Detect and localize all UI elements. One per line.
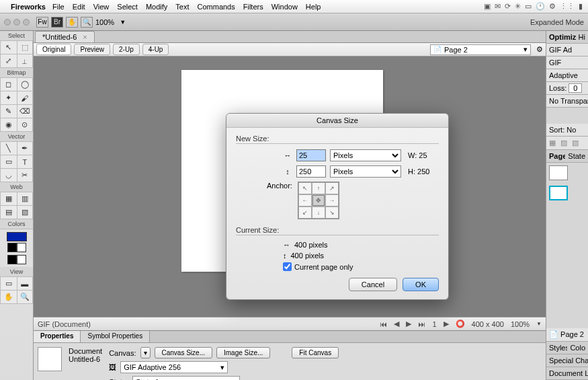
- text-tool[interactable]: T: [17, 155, 34, 169]
- eraser-tool[interactable]: ⌫: [17, 105, 34, 118]
- view-4up[interactable]: 4-Up: [142, 44, 169, 55]
- menu-help[interactable]: Help: [306, 3, 321, 11]
- panel-optimize[interactable]: Optimize: [546, 31, 576, 44]
- marquee-tool[interactable]: ◻: [0, 78, 17, 91]
- panel-special-chars[interactable]: Special Chara: [546, 354, 588, 367]
- view-preview[interactable]: Preview: [74, 44, 110, 55]
- menu-edit[interactable]: Edit: [73, 3, 85, 11]
- color-tools-row[interactable]: [1, 255, 32, 266]
- play-icon[interactable]: ▶: [444, 319, 449, 328]
- stroke-color-swatch[interactable]: [7, 232, 27, 241]
- panel-pages[interactable]: Pages: [546, 150, 565, 163]
- anchor-se[interactable]: ↘: [325, 206, 339, 219]
- show-slice-tool[interactable]: ▧: [17, 206, 34, 219]
- hand-tool-icon[interactable]: ✋: [66, 17, 78, 28]
- image-size-button[interactable]: Image Size...: [216, 347, 270, 358]
- current-page-only-checkbox[interactable]: [283, 262, 292, 271]
- lasso-tool[interactable]: ◯: [17, 78, 34, 91]
- zoom-dropdown-icon[interactable]: ▼: [536, 321, 542, 327]
- status-icon[interactable]: ▭: [525, 2, 532, 11]
- blur-tool[interactable]: ◉: [0, 118, 17, 132]
- crop-tool[interactable]: ⟂: [17, 54, 34, 68]
- anchor-center[interactable]: ✥: [312, 194, 325, 206]
- status-icon[interactable]: ⚙: [549, 2, 556, 11]
- tab-symbol-properties[interactable]: Symbol Properties: [81, 331, 150, 342]
- screen-mode-tool-2[interactable]: ▬: [17, 277, 34, 291]
- optimize-preset-select[interactable]: GIF Adaptive 256▾: [120, 361, 228, 373]
- status-icon[interactable]: ✳: [515, 2, 521, 11]
- height-input[interactable]: [296, 165, 326, 178]
- frame-prev-icon[interactable]: ◀: [394, 319, 399, 328]
- optimize-palette[interactable]: Adaptive: [546, 69, 588, 82]
- menu-modify[interactable]: Modify: [146, 3, 167, 11]
- frame-next-icon[interactable]: ▶: [406, 319, 411, 328]
- anchor-w[interactable]: ←: [298, 194, 312, 206]
- tab-properties[interactable]: Properties: [34, 331, 81, 342]
- screen-mode-tool[interactable]: ▭: [0, 277, 17, 291]
- menu-commands[interactable]: Commands: [198, 3, 235, 11]
- frame-last-icon[interactable]: ⏭: [418, 320, 425, 328]
- optimize-preset[interactable]: GIF Ad: [546, 44, 588, 56]
- hide-slice-tool[interactable]: ▤: [0, 206, 17, 219]
- zoom-dropdown-icon[interactable]: ▼: [120, 19, 126, 26]
- page-thumb-1[interactable]: [549, 165, 568, 180]
- brush-tool[interactable]: 🖌: [17, 91, 34, 105]
- anchor-s[interactable]: ↓: [312, 206, 325, 219]
- anchor-grid[interactable]: ↖↑↗ ←✥→ ↙↓↘: [298, 182, 339, 219]
- pointer-tool[interactable]: ↖: [0, 41, 17, 54]
- anchor-e[interactable]: →: [325, 194, 339, 206]
- status-icon[interactable]: 🕐: [536, 2, 545, 11]
- hand-tool[interactable]: ✋: [0, 291, 17, 304]
- scale-tool[interactable]: ⤢: [0, 54, 17, 68]
- width-input[interactable]: [296, 149, 326, 161]
- window-controls[interactable]: [4, 19, 30, 26]
- freeform-tool[interactable]: ◡: [0, 169, 17, 182]
- knife-tool[interactable]: ✂: [17, 169, 34, 182]
- loss-input[interactable]: 0: [569, 83, 582, 93]
- view-2up[interactable]: 2-Up: [113, 44, 140, 55]
- panel-history[interactable]: Hi: [576, 31, 588, 44]
- status-icon[interactable]: ⟳: [505, 2, 511, 11]
- line-tool[interactable]: ╲: [0, 142, 17, 155]
- slice-tool[interactable]: ▥: [17, 192, 34, 206]
- panel-document-library[interactable]: Document Lib: [546, 367, 588, 380]
- status-icon[interactable]: ✉: [495, 2, 501, 11]
- workspace-mode[interactable]: Expanded Mode: [530, 18, 584, 26]
- page-selector[interactable]: 📄 Page 2▾: [430, 44, 531, 55]
- close-tab-icon[interactable]: ×: [83, 33, 87, 41]
- canvas-size-button[interactable]: Canvas Size...: [155, 347, 212, 358]
- cancel-button[interactable]: Cancel: [349, 278, 397, 291]
- optimize-transparency[interactable]: No Transpar: [546, 95, 588, 108]
- stop-icon[interactable]: ⭕: [456, 319, 465, 328]
- pen-tool[interactable]: ✒: [17, 142, 34, 155]
- anchor-n[interactable]: ↑: [312, 182, 325, 194]
- height-unit-select[interactable]: Pixels: [330, 165, 401, 178]
- canvas-color-swatch[interactable]: ▾: [140, 347, 151, 358]
- document-tab[interactable]: *Untitled-6 ×: [35, 31, 95, 42]
- pencil-tool[interactable]: ✎: [0, 105, 17, 118]
- fw-icon[interactable]: Fw: [36, 17, 48, 28]
- view-original[interactable]: Original: [36, 44, 71, 55]
- br-icon[interactable]: Br: [51, 17, 63, 28]
- menu-text[interactable]: Text: [175, 3, 189, 11]
- menu-select[interactable]: Select: [117, 3, 138, 11]
- zoom-tool[interactable]: 🔍: [17, 291, 34, 304]
- menu-view[interactable]: View: [93, 3, 110, 11]
- wifi-icon[interactable]: ⋮⋮: [560, 2, 575, 11]
- ok-button[interactable]: OK: [403, 278, 439, 291]
- optimize-format[interactable]: GIF: [546, 56, 588, 69]
- stamp-tool[interactable]: ⊙: [17, 118, 34, 132]
- sort-select[interactable]: No: [566, 126, 576, 134]
- width-unit-select[interactable]: Pixels: [330, 149, 401, 161]
- menu-file[interactable]: File: [52, 3, 65, 11]
- optimize-tools[interactable]: ▦ ▨ ▧: [546, 137, 588, 150]
- fill-color-row[interactable]: [1, 243, 32, 254]
- status-icon[interactable]: ▣: [484, 2, 491, 11]
- menu-window[interactable]: Window: [271, 3, 298, 11]
- anchor-nw[interactable]: ↖: [298, 182, 312, 194]
- state-select[interactable]: State 1▾: [132, 376, 240, 380]
- battery-icon[interactable]: ▮: [579, 2, 583, 11]
- panel-states[interactable]: State: [565, 150, 588, 163]
- anchor-ne[interactable]: ↗: [325, 182, 339, 194]
- page-options-icon[interactable]: ⚙: [536, 45, 543, 54]
